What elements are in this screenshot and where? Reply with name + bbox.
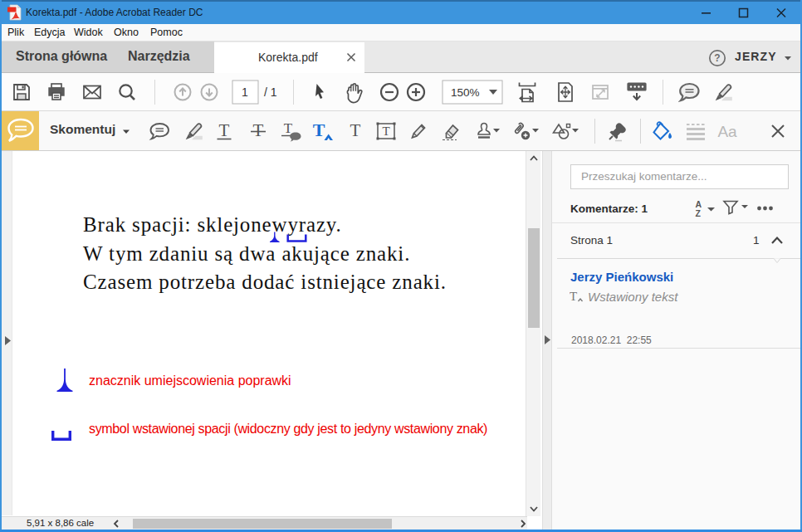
svg-text:T: T	[350, 120, 361, 140]
svg-text:T: T	[382, 124, 389, 138]
svg-text:?: ?	[714, 52, 720, 64]
svg-text:1: 1	[242, 85, 248, 99]
svg-text:T: T	[219, 120, 230, 140]
svg-text:/ 1: / 1	[264, 85, 277, 99]
svg-text:T: T	[313, 120, 325, 140]
svg-text:Aa: Aa	[717, 123, 737, 140]
svg-text:T: T	[253, 120, 264, 140]
svg-text:Z: Z	[696, 208, 702, 218]
svg-text:T: T	[570, 290, 577, 303]
svg-text:150%: 150%	[451, 86, 480, 99]
